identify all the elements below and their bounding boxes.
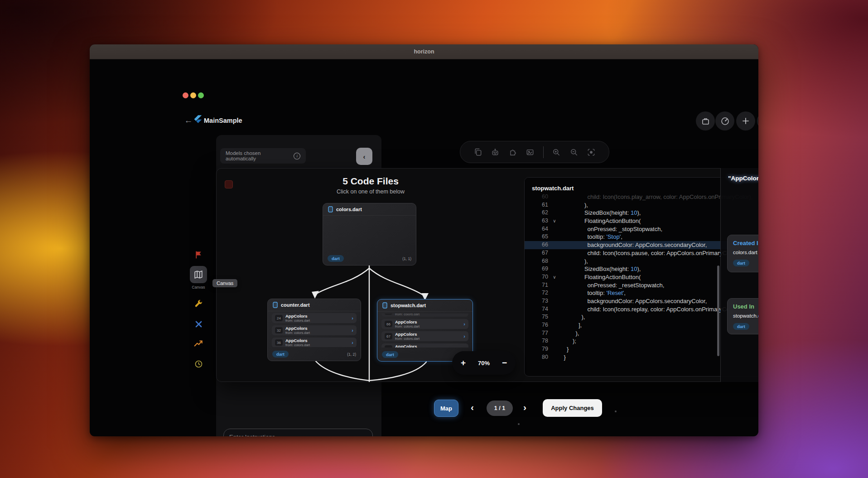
project-files-button[interactable]: [696, 111, 715, 130]
canvas-dot: [518, 423, 520, 425]
chevron-right-icon: ›: [352, 315, 353, 321]
created-in-card[interactable]: Created In colors.dart dart (1, 1): [727, 235, 758, 272]
line-number-badge: 66: [385, 321, 392, 327]
titlebar[interactable]: horizon: [90, 44, 758, 59]
page-indicator: 1 / 1: [487, 401, 513, 416]
traffic-light-zoom-button[interactable]: [198, 92, 204, 98]
robot-icon: [491, 148, 500, 157]
send-button[interactable]: [356, 435, 366, 436]
symbol-name: "AppColors": [728, 175, 758, 182]
file-card-footer: dart (1, 1): [328, 255, 411, 262]
file-card-title: counter.dart: [281, 302, 310, 308]
file-symbol-row[interactable]: 24AppColorsfrom: colors.dart›: [272, 313, 357, 323]
next-page-button[interactable]: ›: [523, 402, 526, 413]
line-number-badge: 24: [275, 315, 283, 321]
copy-button[interactable]: [473, 148, 482, 157]
ai-assistant-button[interactable]: [491, 148, 500, 157]
sidebar-item-tools[interactable]: [189, 315, 208, 333]
sidebar-item-history[interactable]: [189, 355, 208, 372]
toolbar-divider: [543, 146, 544, 158]
file-card-header: colors.dart: [323, 203, 416, 216]
file-symbol-row[interactable]: 73AppColorsfrom: colors.dart›: [381, 343, 468, 348]
symbol-name: AppColors: [285, 326, 310, 331]
app-window: horizon ← MainSample: [90, 44, 758, 436]
page-indicator-label: 1 / 1: [494, 405, 505, 411]
code-scrollbar[interactable]: [717, 266, 719, 356]
dart-badge: dart: [382, 351, 398, 358]
sidebar-item-activity[interactable]: [189, 335, 208, 352]
plugin-button[interactable]: [508, 148, 517, 157]
symbol-name: AppColors: [395, 344, 420, 348]
symbol-name: AppColors: [395, 332, 420, 337]
zoom-in-button[interactable]: [552, 148, 561, 157]
traffic-light-minimize-button[interactable]: [190, 92, 196, 98]
models-note-text: Models chosen automatically: [226, 150, 290, 161]
chevron-right-icon: ›: [352, 328, 353, 333]
instructions-box: Clear: [223, 429, 373, 436]
canvas-tooltip: Canvas: [212, 279, 237, 287]
back-button[interactable]: ←: [183, 115, 194, 126]
project-title: MainSample: [204, 117, 242, 124]
trend-chart-icon: [193, 338, 203, 348]
dart-badge: dart: [733, 323, 749, 330]
phone-icon: [328, 206, 333, 212]
zoom-out-button[interactable]: −: [502, 358, 507, 368]
image-icon: [526, 148, 535, 157]
file-symbol-row[interactable]: 67AppColorsfrom: colors.dart›: [381, 331, 468, 341]
desktop-wallpaper: horizon ← MainSample: [0, 0, 868, 478]
file-symbol-row[interactable]: 60AppColorsfrom: colors.dart›: [381, 314, 468, 317]
card-coordinate: (1, 1): [402, 256, 411, 261]
chevron-right-icon: ›: [463, 346, 465, 348]
zoom-level: 70%: [478, 360, 490, 367]
used-in-card[interactable]: Used In stopwatch.dart dart (1, 3): [727, 298, 758, 334]
sidebar-item-wrench[interactable]: [189, 295, 208, 312]
apply-changes-button[interactable]: Apply Changes: [543, 399, 602, 417]
sidebar-item-canvas[interactable]: [189, 266, 208, 283]
created-in-file: colors.dart: [733, 250, 758, 255]
symbol-source: from: colors.dart: [395, 337, 420, 341]
gauge-icon: [720, 116, 730, 126]
instructions-input[interactable]: [228, 433, 351, 436]
traffic-light-close-button[interactable]: [183, 92, 188, 98]
apply-changes-label: Apply Changes: [551, 405, 594, 411]
zoom-in-icon: [552, 148, 561, 157]
card-footer: dart (1, 1): [733, 260, 758, 266]
used-in-label: Used In: [733, 303, 758, 310]
symbol-source: from: colors.dart: [285, 319, 310, 323]
zoom-out-icon: [569, 148, 579, 157]
map-button-label: Map: [440, 405, 452, 412]
map-button[interactable]: Map: [434, 400, 458, 417]
created-in-label: Created In: [733, 240, 758, 246]
image-button[interactable]: [526, 148, 535, 157]
line-number-badge: 32: [275, 327, 283, 333]
map-icon: [193, 270, 203, 280]
collapse-panel-button[interactable]: ‹: [356, 148, 372, 165]
file-card-header: stopwatch.dart: [377, 299, 473, 312]
zoom-out-button[interactable]: [569, 148, 579, 157]
file-symbol-row[interactable]: 36AppColorsfrom: colors.dart›: [272, 338, 357, 347]
file-card-title: colors.dart: [336, 207, 362, 212]
sidebar-item-flag[interactable]: [189, 246, 208, 263]
plus-icon: [741, 116, 750, 126]
new-item-button[interactable]: [736, 111, 755, 130]
center-view-button[interactable]: [587, 148, 596, 157]
canvas-red-marker: [225, 180, 233, 188]
file-card-title: stopwatch.dart: [391, 303, 426, 308]
file-card-colors[interactable]: colors.dart dart (1, 1): [323, 203, 416, 266]
phone-icon: [273, 302, 278, 308]
file-symbol-row[interactable]: 66AppColorsfrom: colors.dart›: [381, 319, 468, 329]
zoom-in-button[interactable]: +: [461, 358, 466, 368]
line-number-badge: 60: [385, 314, 392, 315]
file-symbol-row[interactable]: 32AppColorsfrom: colors.dart›: [272, 325, 357, 335]
back-arrow-icon: ←: [184, 116, 193, 125]
models-note-pill: Models chosen automatically i: [220, 148, 306, 164]
canvas-toolbar: [460, 141, 609, 163]
performance-button[interactable]: [715, 111, 734, 130]
symbol-source: from: colors.dart: [395, 324, 420, 328]
info-icon[interactable]: i: [294, 153, 300, 159]
model-selector[interactable]: gpt-4o-mini ▾: [757, 112, 758, 130]
previous-page-button[interactable]: ‹: [471, 402, 474, 413]
symbol-rows-counter: 24AppColorsfrom: colors.dart›32AppColors…: [272, 313, 357, 347]
file-card-counter[interactable]: counter.dart 24AppColorsfrom: colors.dar…: [267, 299, 361, 361]
flag-icon: [194, 250, 203, 260]
